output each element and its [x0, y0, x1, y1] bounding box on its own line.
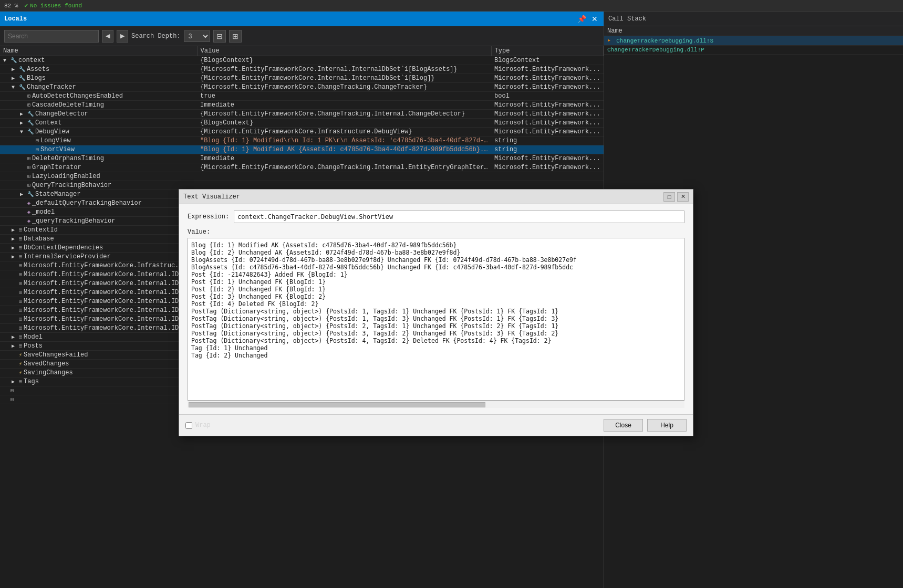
- expand-arrow[interactable]: [12, 326, 19, 331]
- value-text-area[interactable]: Blog {Id: 1} Modified AK {AssetsId: c478…: [188, 238, 684, 401]
- expand-arrow[interactable]: [28, 138, 36, 144]
- expand-arrow[interactable]: [12, 370, 19, 376]
- row-name: LazyLoadingEnabled: [32, 173, 100, 180]
- table-row[interactable]: 🔧context{BlogsContext}BlogsContext: [0, 56, 604, 65]
- close-button[interactable]: ✕: [590, 15, 599, 23]
- field-icon: ◈: [27, 218, 30, 224]
- callstack-item[interactable]: ➤ ChangeTrackerDebugging.dll!S: [604, 36, 903, 46]
- row-type: [491, 181, 604, 190]
- wrap-checkbox[interactable]: [185, 422, 192, 429]
- expand-arrow[interactable]: [12, 85, 19, 90]
- expand-arrow[interactable]: [20, 209, 27, 215]
- row-name: Microsoft.EntityFrameworkCore.Internal.I…: [24, 271, 194, 278]
- expand-arrow[interactable]: [12, 308, 19, 313]
- expand-arrow[interactable]: [12, 379, 19, 385]
- modal-maximize-button[interactable]: □: [663, 192, 675, 202]
- expand-arrow[interactable]: [12, 290, 19, 296]
- callstack-item[interactable]: ChangeTrackerDebugging.dll!P: [604, 46, 903, 55]
- table-row[interactable]: 🔧Assets{Microsoft.EntityFrameworkCore.In…: [0, 65, 604, 74]
- row-name: DeleteOrphansTiming: [32, 155, 104, 162]
- expand-arrow[interactable]: [20, 93, 27, 99]
- text-visualizer-dialog[interactable]: Text Visualizer □ ✕ Expression: Value: B…: [179, 189, 693, 436]
- expand-arrow[interactable]: [20, 102, 27, 108]
- table-row[interactable]: 🔧Blogs{Microsoft.EntityFrameworkCore.Int…: [0, 74, 604, 83]
- close-button[interactable]: Close: [604, 419, 643, 432]
- expand-arrow[interactable]: [12, 361, 19, 367]
- row-name: SaveChangesFailed: [24, 351, 88, 359]
- pin-button[interactable]: 📌: [576, 15, 588, 23]
- row-type: [491, 172, 604, 181]
- row-name: _defaultQueryTrackingBehavior: [32, 200, 142, 207]
- expand-arrow[interactable]: [20, 129, 27, 135]
- wrench-icon: 🔧: [27, 191, 34, 197]
- callstack-item-label: ChangeTrackerDebugging.dll!P: [607, 47, 704, 53]
- expand-all-button[interactable]: ⊞: [229, 30, 242, 43]
- expand-arrow[interactable]: [20, 218, 27, 224]
- expand-arrow[interactable]: [20, 183, 27, 188]
- expand-arrow[interactable]: [12, 299, 19, 304]
- expand-arrow[interactable]: [20, 201, 27, 206]
- table-row[interactable]: 🔧ChangeDetector{Microsoft.EntityFramewor…: [0, 110, 604, 119]
- locals-title: Locals: [4, 15, 574, 23]
- expand-arrow[interactable]: [12, 263, 19, 269]
- table-row[interactable]: ⊞AutoDetectChangesEnabledtruebool: [0, 92, 604, 101]
- expand-arrow[interactable]: [12, 334, 19, 340]
- table-row[interactable]: ⊞LongView"Blog {Id: 1} Modified\r\n Id: …: [0, 136, 604, 145]
- expand-arrow[interactable]: [20, 165, 27, 171]
- expand-arrow[interactable]: [12, 254, 19, 260]
- row-name: AutoDetectChangesEnabled: [32, 92, 123, 100]
- expression-label: Expression:: [188, 213, 230, 220]
- expand-arrow[interactable]: [12, 75, 19, 81]
- table-row[interactable]: ⊞QueryTrackingBehavior: [0, 181, 604, 190]
- prop-icon: ⊞: [19, 289, 22, 296]
- row-name: Posts: [24, 342, 43, 350]
- expand-arrow[interactable]: [12, 272, 19, 278]
- search-depth-select[interactable]: 3 1 2 4 5: [184, 30, 210, 42]
- table-row[interactable]: 🔧DebugView{Microsoft.EntityFrameworkCore…: [0, 128, 604, 136]
- wrench-icon: 🔧: [27, 111, 34, 117]
- expand-arrow[interactable]: [3, 388, 11, 394]
- row-name: _queryTrackingBehavior: [32, 217, 115, 225]
- search-input[interactable]: [4, 30, 99, 43]
- table-row[interactable]: ⊞LazyLoadingEnabled: [0, 172, 604, 181]
- wrap-row: Wrap: [185, 422, 211, 429]
- expand-arrow[interactable]: [3, 58, 11, 64]
- expand-arrow[interactable]: [20, 174, 27, 180]
- horizontal-scrollbar[interactable]: [188, 401, 684, 408]
- help-button[interactable]: Help: [647, 419, 687, 432]
- wrap-label: Wrap: [195, 422, 211, 429]
- expression-input[interactable]: [234, 211, 684, 223]
- expand-arrow[interactable]: [12, 236, 19, 242]
- modal-title: Text Visualizer: [183, 193, 663, 201]
- expand-arrow[interactable]: [12, 66, 19, 72]
- expand-arrow[interactable]: [20, 111, 27, 117]
- scrollbar-thumb[interactable]: [189, 402, 485, 407]
- table-row[interactable]: 🔧ChangeTracker{Microsoft.EntityFramework…: [0, 83, 604, 92]
- expand-arrow[interactable]: [12, 352, 19, 358]
- expand-arrow[interactable]: [12, 281, 19, 287]
- prop-icon: ⊞: [36, 138, 39, 144]
- modal-close-button[interactable]: ✕: [677, 192, 689, 202]
- table-row[interactable]: ⊞GraphIterator{Microsoft.EntityFramework…: [0, 163, 604, 172]
- expand-arrow[interactable]: [20, 191, 27, 197]
- row-value: {Microsoft.EntityFrameworkCore.Internal.…: [197, 65, 491, 74]
- expand-arrow[interactable]: [12, 317, 19, 322]
- row-value: {Microsoft.EntityFrameworkCore.ChangeTra…: [197, 110, 491, 119]
- table-row[interactable]: ⊞CascadeDeleteTimingImmediateMicrosoft.E…: [0, 101, 604, 110]
- expand-arrow[interactable]: [28, 147, 36, 153]
- search-direction-back[interactable]: ◀: [102, 30, 113, 43]
- search-direction-forward[interactable]: ▶: [117, 30, 128, 43]
- expand-arrow[interactable]: [12, 227, 19, 233]
- table-row[interactable]: ⊞DeleteOrphansTimingImmediateMicrosoft.E…: [0, 154, 604, 163]
- table-row[interactable]: ⊞ShortView"Blog {Id: 1} Modified AK {Ass…: [0, 145, 604, 154]
- filter-button[interactable]: ⊟: [213, 30, 226, 43]
- table-row[interactable]: 🔧Context{BlogsContext}Microsoft.EntityFr…: [0, 119, 604, 128]
- expand-arrow[interactable]: [20, 120, 27, 126]
- expand-arrow[interactable]: [20, 156, 27, 162]
- wrench-icon: 🔧: [27, 120, 34, 126]
- expand-arrow[interactable]: [12, 343, 19, 349]
- locals-panel-header: Locals 📌 ✕: [0, 12, 604, 26]
- expand-arrow[interactable]: [3, 397, 11, 403]
- row-value: Immediate: [197, 154, 491, 163]
- expand-arrow[interactable]: [12, 245, 19, 251]
